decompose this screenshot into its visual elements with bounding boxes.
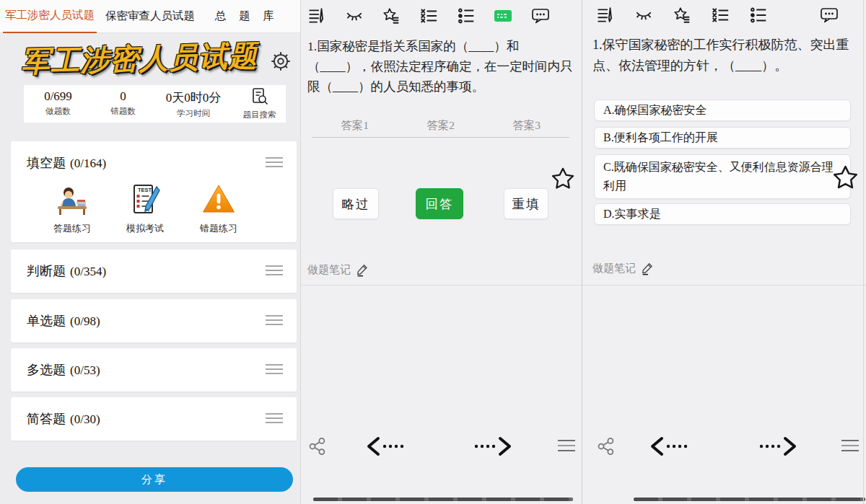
eye-closed-icon[interactable]	[634, 6, 653, 25]
category-menu-icon[interactable]	[265, 156, 284, 168]
practice-answer-label: 答题练习	[40, 222, 105, 235]
section-divider	[582, 285, 866, 286]
mock-exam-label: 模拟考试	[113, 222, 178, 235]
wrong-practice-button[interactable]: 错题练习	[186, 182, 251, 235]
question-list-menu-icon[interactable]	[557, 438, 576, 453]
horizontal-scrollbar[interactable]	[634, 498, 865, 501]
category-short-answer[interactable]: 简答题(0/30)	[11, 397, 297, 441]
answer-tab-3[interactable]: 答案3	[484, 118, 569, 137]
test-paper-icon: TEST	[128, 182, 162, 217]
category-menu-icon[interactable]	[265, 314, 284, 326]
stat-study-time: 0天0时0分 学习时间	[154, 89, 233, 123]
category-menu-icon[interactable]	[265, 265, 284, 276]
document-search-icon	[250, 87, 270, 107]
category-menu-icon[interactable]	[265, 363, 284, 375]
question-list-menu-icon[interactable]	[841, 438, 860, 453]
star-list-icon[interactable]	[673, 6, 691, 25]
stat-answered: 0/699 做题数	[24, 89, 92, 123]
horizontal-scrollbar[interactable]	[313, 498, 573, 501]
category-single-choice[interactable]: 单选题(0/98)	[11, 299, 297, 342]
question-search-button[interactable]: 题目搜索	[233, 87, 286, 123]
vertical-scrollbar-track[interactable]	[863, 0, 864, 504]
app-window: 军工涉密人员试题 保密审查人员试题 总 题 库 军工涉密人员试题 0/699 做…	[0, 0, 866, 504]
eye-closed-icon[interactable]	[345, 6, 364, 25]
app-logo-title: 军工涉密人员试题	[19, 36, 258, 82]
stat-wrong: 0 错题数	[92, 89, 154, 123]
comment-icon[interactable]	[820, 6, 839, 25]
mock-exam-button[interactable]: TEST 模拟考试	[113, 182, 178, 235]
next-question-arrow[interactable]	[753, 436, 800, 457]
category-multi-choice[interactable]: 多选题(0/53)	[11, 348, 297, 392]
logo-row: 军工涉密人员试题	[0, 33, 300, 84]
list-edit-icon[interactable]	[596, 6, 615, 25]
question-text: 1.保守国家秘密的工作实行积极防范、突出重点、依法管理的方针，（____）。	[592, 35, 860, 76]
question-text: 1.国家秘密是指关系国家的（____）和（____），依照法定程序确定，在一定时…	[307, 36, 577, 97]
bullet-list-icon[interactable]	[749, 6, 768, 25]
option-a[interactable]: A.确保国家秘密安全	[594, 100, 851, 121]
pencil-edit-icon	[640, 261, 655, 275]
answer-button[interactable]: 回答	[416, 188, 463, 219]
answered-label: 做题数	[24, 106, 92, 117]
category-menu-icon[interactable]	[265, 412, 284, 424]
notes-label: 做题笔记	[592, 262, 636, 275]
bullet-list-icon[interactable]	[457, 6, 476, 25]
fill-blank-question-panel: 1.国家秘密是指关系国家的（____）和（____），依照法定程序确定，在一定时…	[300, 0, 582, 504]
stats-card: 0/699 做题数 0 错题数 0天0时0分 学习时间 题目搜索	[24, 85, 286, 123]
answer-tab-1[interactable]: 答案1	[312, 118, 398, 137]
practice-answer-button[interactable]: 答题练习	[40, 182, 105, 235]
prev-question-arrow[interactable]	[647, 436, 694, 457]
category-progress: (0/164)	[70, 156, 106, 170]
option-d[interactable]: D.实事求是	[594, 203, 851, 225]
tab-junggong-exam[interactable]: 军工涉密人员试题	[3, 0, 97, 33]
wrong-label: 错题数	[92, 106, 154, 117]
answered-count: 0/699	[24, 89, 92, 104]
refill-button[interactable]: 重填	[504, 188, 548, 219]
answer-tabs: 答案1 答案2 答案3	[312, 118, 569, 138]
wrong-count: 0	[92, 89, 154, 104]
category-judgment[interactable]: 判断题(0/354)	[11, 249, 297, 293]
wrong-practice-label: 错题练习	[186, 222, 251, 235]
share-node-icon[interactable]	[596, 436, 616, 457]
skip-button[interactable]: 略过	[333, 188, 379, 219]
study-time-label: 学习时间	[154, 108, 233, 119]
notes-entry[interactable]: 做题笔记	[307, 262, 369, 277]
warning-triangle-icon	[201, 182, 236, 217]
favorite-star-icon[interactable]	[551, 167, 575, 191]
share-node-icon[interactable]	[307, 436, 328, 457]
notes-entry[interactable]: 做题笔记	[592, 261, 655, 275]
svg-text:TEST: TEST	[138, 187, 152, 193]
share-button[interactable]: 分享	[16, 467, 293, 492]
list-edit-icon[interactable]	[307, 6, 326, 25]
option-c[interactable]: C.既确保国家秘密安全、又便利信息资源合理利用	[594, 154, 851, 199]
bank-tabbar: 军工涉密人员试题 保密审查人员试题 总 题 库	[0, 0, 300, 33]
tab-baomi-review-exam[interactable]: 保密审查人员试题	[103, 0, 197, 33]
wrong-list-icon[interactable]	[419, 6, 438, 25]
choice-question-panel: 1.保守国家秘密的工作实行积极防范、突出重点、依法管理的方针，（____）。 A…	[582, 0, 866, 504]
category-title: 填空题(0/164)	[27, 154, 106, 172]
question-search-label: 题目搜索	[233, 110, 286, 120]
tab-all-question-bank[interactable]: 总 题 库	[213, 0, 281, 33]
category-fill-blank[interactable]: 填空题(0/164) 答题练习	[11, 141, 297, 242]
study-time-value: 0天0时0分	[154, 89, 233, 106]
next-question-arrow[interactable]	[468, 436, 515, 457]
comment-icon[interactable]	[531, 6, 550, 25]
question-bank-panel: 军工涉密人员试题 保密审查人员试题 总 题 库 军工涉密人员试题 0/699 做…	[0, 0, 300, 504]
settings-gear-icon[interactable]	[270, 50, 292, 72]
pencil-edit-icon	[355, 262, 369, 277]
study-person-icon	[55, 182, 89, 217]
star-list-icon[interactable]	[382, 6, 401, 25]
section-divider	[301, 285, 582, 286]
prev-question-arrow[interactable]	[364, 436, 410, 457]
answer-tab-2[interactable]: 答案2	[398, 118, 484, 137]
notes-label: 做题笔记	[307, 263, 351, 277]
wrong-list-icon[interactable]	[711, 6, 730, 25]
favorite-star-icon[interactable]	[832, 164, 859, 191]
option-b[interactable]: B.便利各项工作的开展	[594, 127, 851, 149]
question-toolbar	[307, 6, 550, 26]
ad-badge-icon[interactable]	[494, 6, 512, 25]
